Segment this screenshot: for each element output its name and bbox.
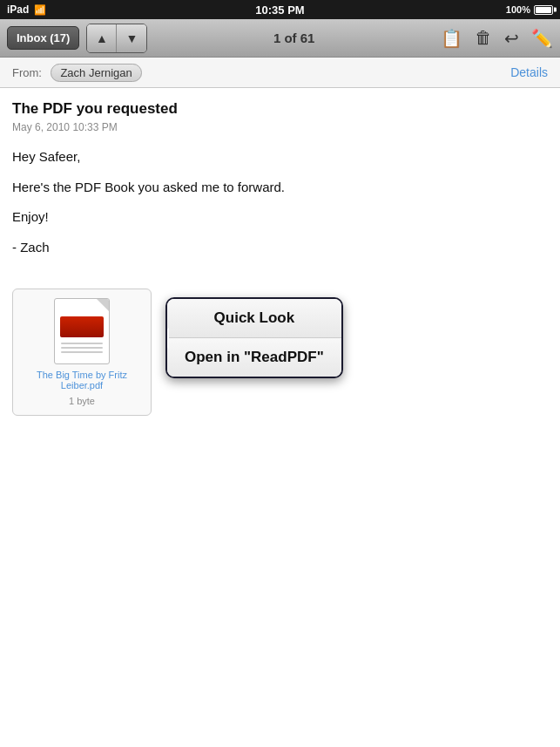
attachment-name: The Big Time by Fritz Leiber.pdf bbox=[22, 370, 142, 390]
pdf-icon-body bbox=[54, 298, 110, 364]
pdf-lines bbox=[61, 343, 103, 356]
pdf-icon-content bbox=[55, 304, 109, 359]
email-signature: - Zach bbox=[12, 238, 548, 258]
toolbar-actions: 📋 🗑 ↩ ✏️ bbox=[441, 28, 553, 49]
status-right: 100% bbox=[506, 4, 553, 15]
pdf-line-3 bbox=[61, 351, 103, 353]
email-body-line1: Here's the PDF Book you asked me to forw… bbox=[12, 178, 548, 198]
email-counter: 1 of 61 bbox=[154, 31, 434, 45]
sender-pill[interactable]: Zach Jernigan bbox=[51, 64, 141, 82]
pdf-line-2 bbox=[61, 347, 103, 349]
email-body: The PDF you requested May 6, 2010 10:33 … bbox=[0, 88, 560, 280]
pdf-red-bar bbox=[60, 316, 104, 337]
battery-percent: 100% bbox=[506, 4, 530, 15]
attachment-box[interactable]: The Big Time by Fritz Leiber.pdf 1 byte bbox=[12, 289, 152, 416]
details-link[interactable]: Details bbox=[510, 65, 548, 79]
popup-menu: Quick Look Open in "ReadPDF" bbox=[165, 297, 343, 378]
device-label: iPad bbox=[7, 3, 29, 16]
email-body-line2: Enjoy! bbox=[12, 207, 548, 227]
from-section: From: Zach Jernigan bbox=[12, 65, 142, 80]
pdf-icon bbox=[54, 298, 110, 364]
battery-fill bbox=[536, 7, 551, 13]
open-in-readpdf-button[interactable]: Open in "ReadPDF" bbox=[167, 338, 341, 377]
wifi-icon: 📶 bbox=[34, 4, 46, 16]
popup-arrow-inner bbox=[165, 328, 169, 349]
pdf-line-1 bbox=[61, 343, 103, 344]
inbox-button[interactable]: Inbox (17) bbox=[7, 26, 79, 50]
email-subject: The PDF you requested bbox=[12, 100, 548, 118]
new-compose-icon[interactable]: ✏️ bbox=[531, 28, 553, 49]
quick-look-button[interactable]: Quick Look bbox=[167, 299, 341, 338]
battery-icon bbox=[534, 5, 553, 15]
nav-down-button[interactable]: ▼ bbox=[117, 24, 146, 52]
attachment-area: The Big Time by Fritz Leiber.pdf 1 byte … bbox=[0, 280, 560, 424]
compose-icon[interactable]: 📋 bbox=[441, 28, 462, 49]
email-from-header: From: Zach Jernigan Details bbox=[0, 58, 560, 88]
attachment-size: 1 byte bbox=[69, 396, 95, 406]
email-date: May 6, 2010 10:33 PM bbox=[12, 121, 548, 133]
email-text: Hey Safeer, Here's the PDF Book you aske… bbox=[12, 147, 548, 257]
status-bar: iPad 📶 10:35 PM 100% bbox=[0, 0, 560, 19]
email-greeting: Hey Safeer, bbox=[12, 147, 548, 167]
trash-icon[interactable]: 🗑 bbox=[475, 28, 492, 48]
nav-up-button[interactable]: ▲ bbox=[87, 24, 117, 52]
status-time: 10:35 PM bbox=[255, 3, 304, 17]
nav-buttons: ▲ ▼ bbox=[86, 24, 147, 53]
from-label: From: bbox=[12, 66, 42, 79]
reply-icon[interactable]: ↩ bbox=[504, 28, 519, 49]
status-left: iPad 📶 bbox=[7, 3, 46, 16]
email-toolbar: Inbox (17) ▲ ▼ 1 of 61 📋 🗑 ↩ ✏️ bbox=[0, 19, 560, 58]
